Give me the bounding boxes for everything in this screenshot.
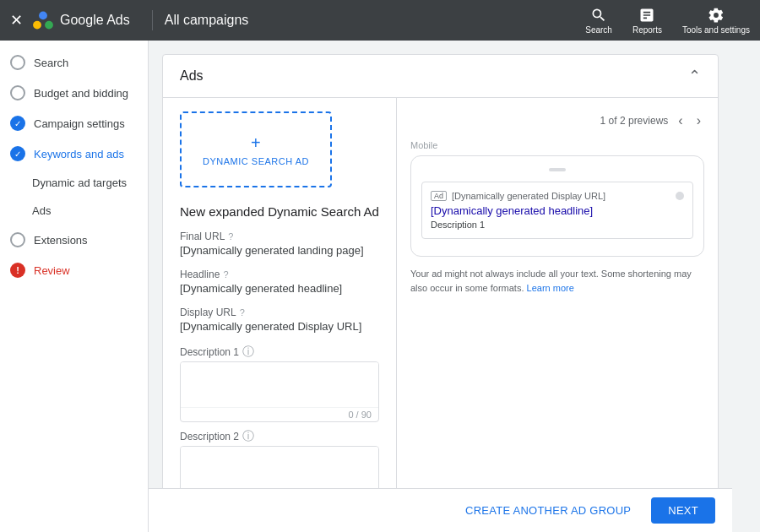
search-sidebar-icon (10, 55, 25, 70)
ad-builder-left: + DYNAMIC SEARCH AD New expanded Dynamic… (163, 98, 397, 488)
sidebar-dynamic-label: Dynamic ad targets (32, 176, 127, 189)
ads-card-body: + DYNAMIC SEARCH AD New expanded Dynamic… (163, 98, 718, 488)
bottom-bar: CREATE ANOTHER AD GROUP NEXT (149, 488, 732, 532)
budget-bidding-icon (10, 85, 25, 100)
sidebar-item-search[interactable]: Search (0, 47, 148, 78)
desc2-input[interactable] (181, 447, 378, 488)
sidebar-item-review[interactable]: Review (0, 255, 148, 285)
tools-nav-action[interactable]: Tools and settings (682, 7, 750, 35)
ad-display-url-preview: [Dynamically generated Display URL] (452, 191, 605, 201)
sidebar-item-keywords-ads[interactable]: Keywords and ads (0, 138, 148, 169)
description-1-section: Description 1 ⓘ 0 / 90 (180, 345, 379, 422)
reports-nav-action[interactable]: Reports (632, 7, 662, 35)
top-nav-actions: Search Reports Tools and settings (585, 7, 750, 35)
headline-info[interactable]: ? (223, 269, 228, 280)
display-url-info[interactable]: ? (240, 307, 245, 318)
add-ad-label: DYNAMIC SEARCH AD (203, 156, 309, 166)
ads-card: Ads ⌃ + DYNAMIC SEARCH AD New expanded D… (162, 54, 719, 488)
main-layout: Search Budget and bidding Campaign setti… (0, 41, 760, 532)
create-another-ad-group-button[interactable]: CREATE ANOTHER AD GROUP (455, 497, 641, 524)
ad-badge: Ad (431, 191, 447, 201)
preview-count: 1 of 2 previews (600, 115, 669, 127)
sidebar-search-label: Search (34, 57, 68, 69)
desc1-input[interactable] (181, 362, 378, 404)
sidebar-item-extensions[interactable]: Extensions (0, 225, 148, 255)
headline-label: Headline ? (180, 269, 379, 280)
sidebar-item-campaign-settings[interactable]: Campaign settings (0, 108, 148, 138)
collapse-icon[interactable]: ⌃ (688, 67, 701, 85)
display-url-value: [Dynamically generated Display URL] (180, 320, 379, 333)
ad-tag-row: Ad [Dynamically generated Display URL] (431, 191, 684, 201)
nav-divider (152, 10, 153, 30)
top-nav: ✕ Google Ads All campaigns Search Report… (0, 0, 760, 41)
desc2-help-icon[interactable]: ⓘ (242, 429, 254, 444)
desc1-help-icon[interactable]: ⓘ (242, 345, 254, 360)
sidebar: Search Budget and bidding Campaign setti… (0, 41, 149, 532)
close-icon[interactable]: ✕ (10, 11, 23, 30)
mobile-notch (549, 168, 566, 171)
tools-nav-label: Tools and settings (682, 25, 750, 35)
review-icon (10, 263, 25, 278)
main-wrapper: Ads ⌃ + DYNAMIC SEARCH AD New expanded D… (149, 41, 732, 532)
sidebar-ads-label: Ads (32, 204, 51, 217)
sidebar-budget-label: Budget and bidding (34, 87, 128, 100)
extensions-icon (10, 232, 25, 247)
campaign-label: All campaigns (165, 13, 249, 28)
headline-value: [Dynamically generated headline] (180, 282, 379, 295)
sidebar-extensions-label: Extensions (34, 234, 88, 247)
search-nav-label: Search (585, 25, 612, 35)
ads-card-header: Ads ⌃ (163, 55, 718, 98)
mobile-frame: Ad [Dynamically generated Display URL] [… (410, 155, 704, 257)
final-url-label: Final URL ? (180, 231, 379, 242)
sidebar-campaign-label: Campaign settings (34, 117, 125, 130)
google-ads-logo-icon (31, 8, 55, 32)
desc1-input-wrap: 0 / 90 (180, 361, 379, 422)
learn-more-link[interactable]: Learn more (527, 283, 574, 293)
campaign-settings-icon (10, 116, 25, 131)
preview-info: Your ad might not always include all you… (410, 267, 704, 295)
plus-icon: + (251, 133, 261, 153)
reports-nav-label: Reports (632, 25, 662, 35)
main-scroll: Ads ⌃ + DYNAMIC SEARCH AD New expanded D… (149, 41, 732, 488)
prev-preview-button[interactable]: ‹ (675, 111, 686, 130)
ads-card-title: Ads (180, 68, 204, 84)
svg-point-0 (33, 21, 41, 30)
sidebar-keywords-label: Keywords and ads (34, 148, 124, 160)
sidebar-item-dynamic-ad-targets[interactable]: Dynamic ad targets (0, 169, 148, 197)
svg-point-2 (39, 12, 47, 20)
keywords-ads-icon (10, 146, 25, 161)
sidebar-review-label: Review (34, 264, 70, 277)
desc1-counter: 0 / 90 (181, 407, 378, 421)
ad-headline-preview[interactable]: [Dynamically generated headline] (431, 204, 684, 217)
preview-nav: 1 of 2 previews ‹ › (410, 111, 704, 130)
svg-point-1 (45, 21, 53, 30)
final-url-value: [Dynamically generated landing page] (180, 244, 379, 257)
sidebar-item-ads[interactable]: Ads (0, 197, 148, 225)
next-preview-button[interactable]: › (693, 111, 704, 130)
mobile-label: Mobile (410, 140, 704, 150)
add-dynamic-search-ad-button[interactable]: + DYNAMIC SEARCH AD (180, 111, 332, 187)
ad-close-dot (676, 192, 684, 200)
desc1-label: Description 1 ⓘ (180, 345, 379, 360)
ad-preview-inner: Ad [Dynamically generated Display URL] [… (421, 182, 693, 239)
sidebar-item-budget-bidding[interactable]: Budget and bidding (0, 78, 148, 108)
next-button[interactable]: NEXT (651, 497, 715, 524)
google-ads-text: Google Ads (60, 13, 130, 28)
ad-preview-right: 1 of 2 previews ‹ › Mobile Ad [Dynamical… (397, 98, 718, 488)
desc2-input-wrap: 0 / 90 (180, 446, 379, 488)
search-nav-action[interactable]: Search (585, 7, 612, 35)
display-url-label: Display URL ? (180, 307, 379, 318)
dsa-form-title: New expanded Dynamic Search Ad (180, 204, 379, 219)
ad-desc-preview: Description 1 (431, 220, 684, 230)
google-ads-logo: Google Ads (31, 8, 130, 32)
description-2-section: Description 2 ⓘ 0 / 90 (180, 429, 379, 488)
final-url-info[interactable]: ? (228, 231, 233, 242)
desc2-label: Description 2 ⓘ (180, 429, 379, 444)
